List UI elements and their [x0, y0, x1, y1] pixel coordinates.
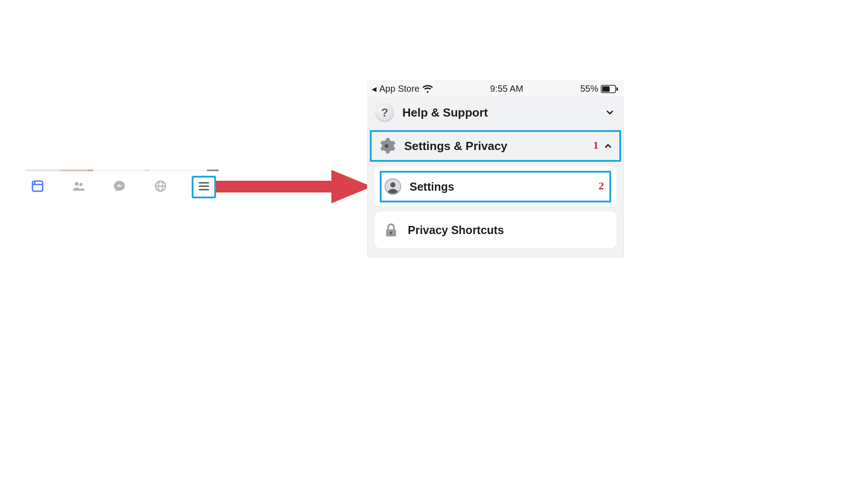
- menu-help-support[interactable]: ? Help & Support: [367, 97, 624, 128]
- help-support-label: Help & Support: [402, 106, 488, 120]
- globe-icon: [154, 179, 167, 195]
- status-battery: 55%: [580, 84, 618, 94]
- battery-icon: [601, 85, 618, 93]
- privacy-shortcuts-label: Privacy Shortcuts: [408, 224, 504, 237]
- menu-settings-privacy[interactable]: Settings & Privacy 1: [370, 130, 621, 162]
- menu-item-privacy-shortcuts[interactable]: Privacy Shortcuts: [380, 216, 611, 244]
- nav-bar: [25, 171, 219, 203]
- menu-item-settings[interactable]: Settings: [380, 171, 611, 202]
- person-icon: [384, 178, 401, 195]
- messenger-icon: [113, 179, 126, 195]
- help-icon: ?: [375, 103, 394, 122]
- lock-icon: [382, 221, 400, 239]
- battery-pct: 55%: [580, 84, 598, 94]
- annotation-arrow: [216, 167, 372, 206]
- svg-point-4: [79, 183, 82, 186]
- nav-top-strip: [25, 169, 219, 171]
- chevron-down-icon: [604, 107, 616, 118]
- back-app-label: App Store: [379, 84, 420, 94]
- svg-point-3: [75, 182, 79, 186]
- nav-notifications[interactable]: [151, 178, 170, 197]
- gear-icon: [377, 136, 396, 155]
- nav-feed[interactable]: [28, 178, 47, 197]
- svg-rect-10: [617, 87, 618, 91]
- nav-friends[interactable]: [69, 178, 88, 197]
- svg-point-11: [385, 144, 388, 148]
- privacy-shortcuts-card: Privacy Shortcuts: [374, 211, 617, 249]
- status-time: 9:55 AM: [490, 84, 523, 94]
- settings-item-label: Settings: [410, 180, 454, 193]
- svg-rect-0: [33, 181, 43, 192]
- annotation-1: 1: [593, 139, 599, 151]
- settings-privacy-label: Settings & Privacy: [404, 139, 507, 153]
- friends-icon: [72, 179, 85, 195]
- nav-messenger[interactable]: [110, 178, 129, 197]
- hamburger-icon: [197, 179, 211, 195]
- svg-rect-16: [391, 233, 392, 235]
- facebook-bottom-nav: [25, 169, 219, 203]
- status-back-app[interactable]: ◀ App Store: [372, 84, 433, 94]
- phone-settings-panel: ◀ App Store 9:55 AM 55% ? Help & Support…: [367, 80, 624, 258]
- newsfeed-icon: [31, 179, 44, 195]
- wifi-icon: [422, 85, 433, 93]
- nav-menu[interactable]: [192, 176, 216, 198]
- settings-card: Settings 2: [374, 166, 617, 207]
- chevron-up-icon: [602, 140, 614, 152]
- back-triangle-icon: ◀: [372, 85, 377, 93]
- svg-point-13: [390, 182, 395, 187]
- svg-rect-9: [602, 86, 610, 91]
- annotation-2: 2: [599, 180, 604, 192]
- ios-status-bar: ◀ App Store 9:55 AM 55%: [367, 80, 624, 97]
